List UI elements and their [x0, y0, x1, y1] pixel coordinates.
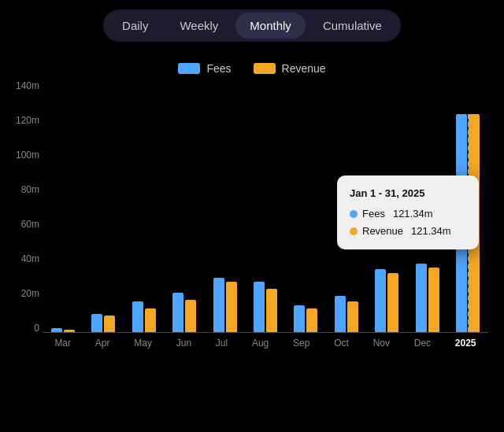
- fees-color-box: [178, 63, 200, 74]
- revenue-color-box: [254, 63, 276, 74]
- fees-bar-mar[interactable]: [51, 328, 62, 332]
- bar-group-may[interactable]: [132, 301, 156, 332]
- x-label-jun: Jun: [176, 338, 191, 349]
- fees-bar-oct[interactable]: [335, 296, 346, 332]
- y-label-120: 120m: [8, 116, 39, 125]
- x-label-aug: Aug: [252, 338, 269, 349]
- y-label-20: 20m: [8, 289, 39, 298]
- x-label-oct: Oct: [334, 338, 349, 349]
- tab-daily[interactable]: Daily: [108, 13, 162, 39]
- bar-group-nov[interactable]: [375, 269, 398, 332]
- chart-area: 0 20m 40m 60m 80m 100m 120m 140m MarAprM…: [8, 81, 496, 380]
- x-label-dec: Dec: [414, 338, 431, 349]
- y-axis: 0 20m 40m 60m 80m 100m 120m 140m: [8, 81, 39, 333]
- legend-fees: Fees: [178, 62, 231, 75]
- y-label-80: 80m: [8, 185, 39, 194]
- revenue-bar-nov[interactable]: [387, 273, 398, 332]
- y-label-0: 0: [8, 323, 39, 333]
- revenue-bar-apr[interactable]: [104, 316, 115, 332]
- revenue-bar-mar[interactable]: [64, 330, 75, 332]
- x-label-2025: 2025: [455, 338, 476, 349]
- y-label-100: 100m: [8, 150, 39, 160]
- y-label-60: 60m: [8, 220, 39, 229]
- x-label-nov: Nov: [373, 338, 390, 349]
- tab-weekly[interactable]: Weekly: [165, 13, 232, 39]
- revenue-bar-oct[interactable]: [347, 301, 358, 332]
- revenue-label: Revenue: [282, 62, 326, 75]
- fees-bar-jun[interactable]: [172, 293, 183, 332]
- x-label-mar: Mar: [54, 338, 71, 349]
- tooltip-fees-value: 121.34m: [393, 205, 433, 223]
- fees-bar-nov[interactable]: [375, 269, 386, 332]
- revenue-bar-jul[interactable]: [226, 282, 237, 332]
- tab-bar: Daily Weekly Monthly Cumulative: [0, 0, 504, 50]
- fees-bar-apr[interactable]: [91, 314, 102, 332]
- bar-group-aug[interactable]: [254, 282, 277, 332]
- x-label-apr: Apr: [95, 338, 110, 349]
- fees-bar-sep[interactable]: [294, 305, 305, 332]
- tooltip-revenue-value: 121.34m: [411, 223, 451, 240]
- bar-group-sep[interactable]: [294, 305, 317, 332]
- bar-group-mar[interactable]: [51, 328, 75, 332]
- tooltip-revenue-row: Revenue 121.34m: [350, 223, 466, 240]
- tooltip-title: Jan 1 - 31, 2025: [350, 185, 466, 202]
- tooltip-revenue-label: Revenue: [362, 223, 403, 240]
- revenue-bar-jun[interactable]: [185, 300, 196, 332]
- bar-group-apr[interactable]: [91, 314, 115, 332]
- tooltip-revenue-dot: [350, 227, 358, 235]
- revenue-bar-may[interactable]: [145, 308, 156, 332]
- y-label-40: 40m: [8, 254, 39, 264]
- tooltip: Jan 1 - 31, 2025 Fees 121.34m Revenue 12…: [337, 175, 479, 249]
- fees-label: Fees: [206, 62, 231, 75]
- tooltip-fees-dot: [350, 210, 358, 218]
- fees-bar-jul[interactable]: [213, 278, 224, 332]
- bar-group-jun[interactable]: [172, 293, 196, 332]
- tooltip-fees-label: Fees: [362, 205, 385, 223]
- legend-revenue: Revenue: [254, 62, 326, 75]
- bar-group-dec[interactable]: [416, 264, 439, 332]
- revenue-bar-dec[interactable]: [428, 268, 439, 332]
- bar-group-jul[interactable]: [213, 278, 237, 332]
- revenue-bar-aug[interactable]: [266, 289, 277, 332]
- fees-bar-aug[interactable]: [254, 282, 265, 332]
- tab-cumulative[interactable]: Cumulative: [309, 13, 396, 39]
- x-axis: MarAprMayJunJulAugSepOctNovDec2025: [43, 338, 488, 349]
- legend: Fees Revenue: [0, 62, 504, 75]
- fees-bar-dec[interactable]: [416, 264, 427, 332]
- y-label-140: 140m: [8, 81, 39, 90]
- tab-monthly[interactable]: Monthly: [235, 13, 306, 39]
- tooltip-fees-row: Fees 121.34m: [350, 205, 466, 223]
- bar-group-oct[interactable]: [335, 296, 358, 332]
- x-label-may: May: [134, 338, 152, 349]
- fees-bar-may[interactable]: [132, 301, 143, 332]
- x-label-sep: Sep: [293, 338, 309, 349]
- x-label-jul: Jul: [216, 338, 228, 349]
- revenue-bar-sep[interactable]: [306, 308, 317, 332]
